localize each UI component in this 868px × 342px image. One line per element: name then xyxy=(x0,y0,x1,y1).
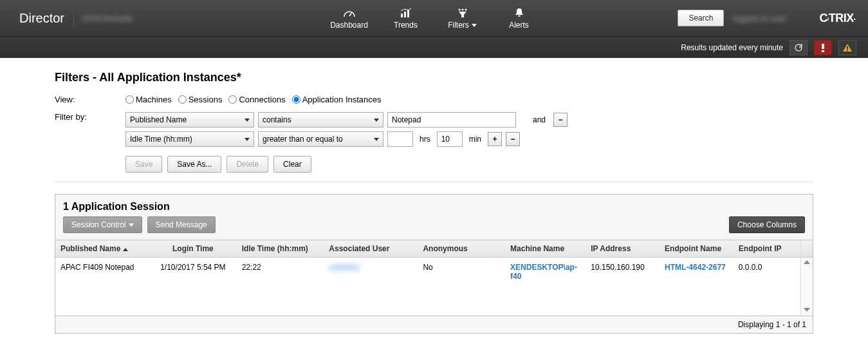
panel-actions: Session Control Send Message Choose Colu… xyxy=(55,216,813,240)
nav-filters[interactable]: Filters xyxy=(434,0,491,36)
col-idle-time[interactable]: Idle Time (hh:mm) xyxy=(237,240,324,258)
cell-machine-name[interactable]: XENDESKTOP\ap-f40 xyxy=(505,258,586,316)
nav-filters-label: Filters xyxy=(448,21,469,30)
clear-button[interactable]: Clear xyxy=(273,156,311,173)
nav-trends-label: Trends xyxy=(394,21,418,30)
session-control-button[interactable]: Session Control xyxy=(63,216,142,233)
view-row: View: Machines Sessions Connections Appl… xyxy=(55,95,813,104)
col-associated-user[interactable]: Associated User xyxy=(324,240,418,258)
svg-line-0 xyxy=(349,12,352,16)
cell-ip-address: 10.150.160.190 xyxy=(586,258,660,316)
send-message-label: Send Message xyxy=(156,220,207,229)
scroll-down-icon xyxy=(804,308,810,312)
radio-sessions[interactable]: Sessions xyxy=(178,95,223,104)
cell-endpoint-ip: 0.0.0.0 xyxy=(734,258,800,316)
svg-rect-7 xyxy=(822,44,824,49)
col-ip-address[interactable]: IP Address xyxy=(586,240,660,258)
header-right: Search logged-in-user CiTRIX• xyxy=(678,10,855,26)
delete-button[interactable]: Delete xyxy=(226,156,268,173)
nav-trends[interactable]: Trends xyxy=(378,0,434,36)
session-control-label: Session Control xyxy=(71,220,126,229)
page-title: Filters - All Application Instances* xyxy=(55,71,813,84)
filter-min-input[interactable] xyxy=(437,131,463,147)
sub-header: Results updated every minute xyxy=(0,36,868,58)
svg-rect-1 xyxy=(401,14,403,17)
exclamation-icon xyxy=(822,43,824,52)
nav-alerts-label: Alerts xyxy=(509,21,529,30)
col-endpoint-name[interactable]: Endpoint Name xyxy=(660,240,734,258)
filter-op-2-value: greater than or equal to xyxy=(263,135,343,144)
refresh-status: Results updated every minute xyxy=(681,43,783,52)
filter-buttons: Save Save As... Delete Clear xyxy=(125,156,568,173)
top-header: Director APACtestside Dashboard Trends F… xyxy=(0,0,868,36)
col-login-time[interactable]: Login Time xyxy=(149,240,237,258)
choose-columns-button[interactable]: Choose Columns xyxy=(729,216,805,233)
col-published-name[interactable]: Published Name xyxy=(55,240,149,258)
filter-row-1: Published Name contains and − xyxy=(125,112,568,128)
radio-app-instances-label: Application Instances xyxy=(302,95,382,104)
cell-anonymous: No xyxy=(418,258,505,316)
machine-name-link: XENDESKTOP\ap-f40 xyxy=(510,263,577,281)
radio-app-instances[interactable]: Application Instances xyxy=(292,95,382,104)
scrollbar-header xyxy=(800,240,813,258)
warning-alerts-button[interactable] xyxy=(838,40,856,55)
cell-idle-time: 22:22 xyxy=(237,258,324,316)
table-footer: Displaying 1 - 1 of 1 xyxy=(55,316,813,333)
results-panel: 1 Application Session Session Control Se… xyxy=(55,194,813,334)
cell-associated-user[interactable]: userblur xyxy=(324,258,418,316)
cell-published-name: APAC FI409 Notepad xyxy=(55,258,149,316)
filter-op-select-1[interactable]: contains xyxy=(258,112,383,128)
col-machine-name[interactable]: Machine Name xyxy=(505,240,586,258)
content-area: Filters - All Application Instances* Vie… xyxy=(0,58,868,342)
view-label: View: xyxy=(55,95,125,104)
filter-by-label: Filter by: xyxy=(55,112,125,122)
save-button[interactable]: Save xyxy=(125,156,162,173)
save-as-button[interactable]: Save As... xyxy=(167,156,221,173)
filter-row-2: Idle Time (hh:mm) greater than or equal … xyxy=(125,131,568,147)
conjunction-label: and xyxy=(533,115,546,124)
panel-title: 1 Application Session xyxy=(55,195,813,216)
citrix-logo: CiTRIX• xyxy=(819,12,855,25)
filter-field-1-value: Published Name xyxy=(130,115,187,124)
send-message-button[interactable]: Send Message xyxy=(147,216,216,233)
scrollbar[interactable] xyxy=(800,258,813,316)
user-menu[interactable]: logged-in-user xyxy=(733,14,810,23)
chevron-down-icon xyxy=(129,223,134,227)
filter-hrs-input[interactable] xyxy=(387,131,413,147)
cell-endpoint-name[interactable]: HTML-4642-2677 xyxy=(660,258,734,316)
critical-alerts-button[interactable] xyxy=(814,40,832,55)
table-row[interactable]: APAC FI409 Notepad 1/10/2017 5:54 PM 22:… xyxy=(55,258,813,316)
site-selector[interactable]: APACtestside xyxy=(82,14,133,23)
filter-icon xyxy=(456,6,469,19)
filter-op-select-2[interactable]: greater than or equal to xyxy=(258,131,383,147)
search-button[interactable]: Search xyxy=(678,10,724,26)
divider xyxy=(55,182,813,182)
hrs-label: hrs xyxy=(420,135,430,144)
svg-rect-3 xyxy=(407,10,409,17)
remove-filter-button-2[interactable]: − xyxy=(506,132,520,146)
col-anonymous[interactable]: Anonymous xyxy=(418,240,505,258)
add-filter-button[interactable]: + xyxy=(488,132,502,146)
filter-field-select-2[interactable]: Idle Time (hh:mm) xyxy=(125,131,254,147)
refresh-button[interactable] xyxy=(790,40,808,55)
gauge-icon xyxy=(343,6,356,19)
filter-op-1-value: contains xyxy=(263,115,291,124)
svg-rect-8 xyxy=(822,50,824,52)
radio-machines[interactable]: Machines xyxy=(125,95,172,104)
nav-dashboard-label: Dashboard xyxy=(330,21,368,30)
nav-alerts[interactable]: Alerts xyxy=(491,0,548,36)
main-nav: Dashboard Trends Filters Alerts xyxy=(321,0,548,36)
filter-value-input-1[interactable] xyxy=(387,112,516,128)
remove-filter-button-1[interactable]: − xyxy=(553,113,568,127)
filter-rows: Published Name contains and − Idle Time … xyxy=(125,112,568,173)
table-header: Published Name Login Time Idle Time (hh:… xyxy=(55,240,813,258)
warning-icon xyxy=(842,43,853,52)
nav-dashboard[interactable]: Dashboard xyxy=(321,0,378,36)
associated-user-link: userblur xyxy=(329,263,360,272)
app-title: Director xyxy=(19,11,64,26)
radio-connections[interactable]: Connections xyxy=(228,95,285,104)
col-endpoint-ip[interactable]: Endpoint IP xyxy=(734,240,800,258)
results-table: Published Name Login Time Idle Time (hh:… xyxy=(55,240,813,316)
chevron-down-icon xyxy=(472,24,477,27)
filter-field-select-1[interactable]: Published Name xyxy=(125,112,254,128)
